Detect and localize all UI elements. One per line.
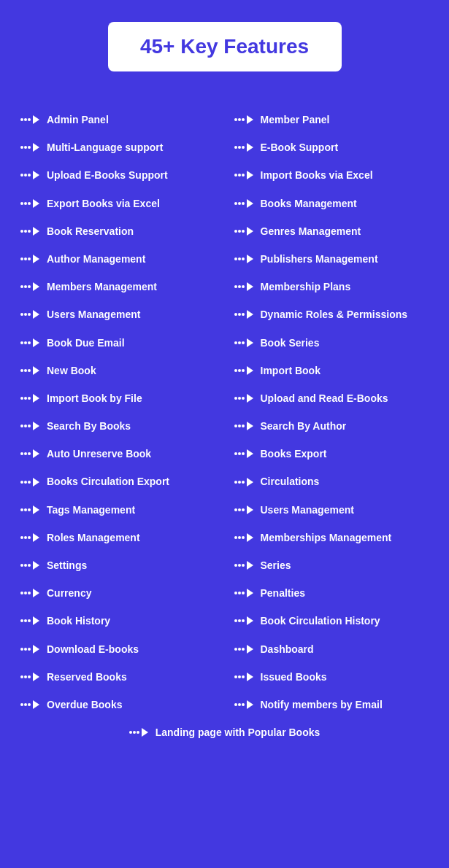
feature-item: New Book bbox=[15, 357, 221, 384]
feature-item: Books Circulation Export bbox=[15, 468, 221, 495]
feature-item: Search By Books bbox=[15, 413, 221, 439]
feature-label: Issued Books bbox=[261, 670, 327, 683]
bullet-arrow-icon bbox=[234, 673, 253, 681]
feature-item: Publishers Management bbox=[229, 246, 435, 272]
feature-item: E-Book Support bbox=[229, 134, 435, 160]
bullet-arrow-icon bbox=[20, 366, 39, 375]
feature-label: Currency bbox=[47, 586, 91, 600]
feature-item: Genres Management bbox=[229, 218, 435, 244]
feature-label: Author Management bbox=[47, 252, 145, 266]
bullet-arrow-icon bbox=[234, 478, 253, 487]
bullet-arrow-icon bbox=[234, 645, 253, 654]
feature-label: Genres Management bbox=[261, 225, 361, 238]
feature-item: Member Panel bbox=[229, 106, 435, 133]
bullet-arrow-icon bbox=[20, 645, 39, 654]
bullet-arrow-icon bbox=[20, 338, 39, 347]
feature-label: Tags Management bbox=[47, 503, 135, 516]
bullet-arrow-icon bbox=[234, 199, 253, 208]
feature-item: Dynamic Roles & Permissions bbox=[229, 301, 435, 328]
feature-item: Roles Management bbox=[15, 524, 221, 551]
feature-label: Books Circulation Export bbox=[47, 475, 169, 488]
bullet-arrow-icon bbox=[20, 394, 39, 403]
feature-item: Book Circulation History bbox=[229, 608, 435, 634]
feature-item: Author Management bbox=[15, 246, 221, 272]
feature-label: Settings bbox=[47, 559, 87, 572]
feature-item: Users Management bbox=[229, 497, 435, 523]
feature-item: Book Series bbox=[229, 330, 435, 356]
feature-label: Memberships Management bbox=[261, 531, 392, 544]
feature-label: Membership Plans bbox=[261, 280, 351, 293]
feature-item: Import Books via Excel bbox=[229, 162, 435, 188]
feature-item: Circulations bbox=[229, 468, 435, 495]
bullet-arrow-icon bbox=[20, 227, 39, 236]
feature-item: Admin Panel bbox=[15, 106, 221, 133]
feature-item: Notify members by Email bbox=[229, 691, 435, 718]
feature-label: Book Circulation History bbox=[261, 614, 380, 627]
feature-item: Upload E-Books Support bbox=[15, 162, 221, 188]
feature-label: Users Management bbox=[47, 308, 140, 321]
feature-item: Import Book bbox=[229, 357, 435, 384]
feature-label: Book Due Email bbox=[47, 336, 125, 349]
bullet-arrow-icon bbox=[20, 171, 39, 179]
bullet-arrow-icon bbox=[20, 478, 39, 487]
bullet-arrow-icon bbox=[234, 310, 253, 319]
feature-item: Series bbox=[229, 552, 435, 578]
bullet-arrow-icon bbox=[20, 616, 39, 625]
bullet-arrow-icon bbox=[20, 255, 39, 263]
bullet-arrow-icon bbox=[20, 199, 39, 208]
feature-label: E-Book Support bbox=[261, 141, 339, 154]
feature-item: Issued Books bbox=[229, 664, 435, 690]
bullet-arrow-icon bbox=[234, 115, 253, 124]
feature-label: Upload E-Books Support bbox=[47, 168, 168, 182]
bullet-arrow-icon bbox=[234, 589, 253, 597]
feature-label: Books Export bbox=[261, 447, 327, 460]
title-box: 45+ Key Features bbox=[108, 22, 342, 71]
bullet-arrow-icon bbox=[234, 533, 253, 542]
feature-item: Export Books via Excel bbox=[15, 190, 221, 217]
feature-label: Overdue Books bbox=[47, 698, 122, 711]
feature-item: Users Management bbox=[15, 301, 221, 328]
bullet-arrow-icon bbox=[234, 171, 253, 179]
feature-label: Penalties bbox=[261, 586, 305, 600]
feature-label: Import Book bbox=[261, 364, 321, 377]
feature-label: Multi-Language support bbox=[47, 141, 163, 154]
feature-label: Upload and Read E-Books bbox=[261, 392, 388, 405]
feature-item: Book Reservation bbox=[15, 218, 221, 244]
feature-item: Book History bbox=[15, 608, 221, 634]
feature-item: Download E-books bbox=[15, 636, 221, 662]
feature-label: Members Management bbox=[47, 280, 157, 293]
feature-label: Download E-books bbox=[47, 643, 139, 656]
bullet-arrow-icon bbox=[129, 728, 148, 737]
bullet-arrow-icon bbox=[20, 533, 39, 542]
feature-label: Circulations bbox=[261, 475, 320, 488]
feature-item: Dashboard bbox=[229, 636, 435, 662]
feature-item: Memberships Management bbox=[229, 524, 435, 551]
feature-item: Reserved Books bbox=[15, 664, 221, 690]
bullet-arrow-icon bbox=[234, 422, 253, 430]
feature-label: Book History bbox=[47, 614, 110, 627]
bullet-arrow-icon bbox=[20, 449, 39, 458]
feature-item: Penalties bbox=[229, 580, 435, 606]
feature-item: Book Due Email bbox=[15, 330, 221, 356]
feature-label: Series bbox=[261, 559, 291, 572]
bullet-arrow-icon bbox=[20, 282, 39, 291]
bullet-arrow-icon bbox=[234, 394, 253, 403]
feature-label: Users Management bbox=[261, 503, 354, 516]
feature-label: Book Series bbox=[261, 336, 320, 349]
bullet-arrow-icon bbox=[20, 422, 39, 430]
feature-label: Search By Author bbox=[261, 419, 347, 433]
bullet-arrow-icon bbox=[234, 616, 253, 625]
feature-label: Auto Unreserve Book bbox=[47, 447, 151, 460]
bullet-arrow-icon bbox=[20, 673, 39, 681]
feature-item: Membership Plans bbox=[229, 274, 435, 300]
feature-item: Search By Author bbox=[229, 413, 435, 439]
bullet-arrow-icon bbox=[20, 589, 39, 597]
feature-item: Landing page with Popular Books bbox=[15, 719, 434, 745]
feature-label: Dynamic Roles & Permissions bbox=[261, 308, 408, 321]
page-title: 45+ Key Features bbox=[137, 35, 312, 58]
feature-item: Import Book by File bbox=[15, 385, 221, 411]
bullet-arrow-icon bbox=[234, 255, 253, 263]
feature-item: Members Management bbox=[15, 274, 221, 300]
feature-label: New Book bbox=[47, 364, 96, 377]
bullet-arrow-icon bbox=[234, 366, 253, 375]
